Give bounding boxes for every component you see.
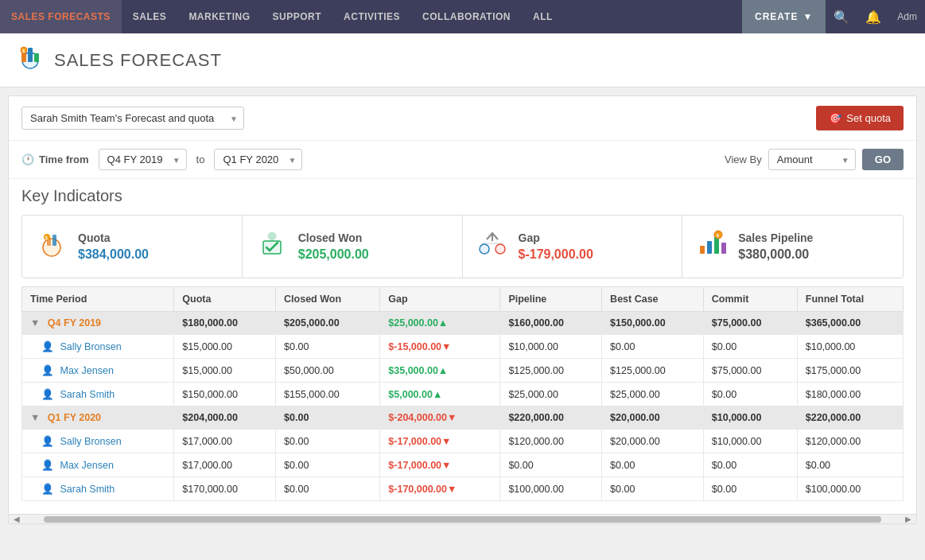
table-row-quarter: ▼ Q4 FY 2019 $180,000.00 $205,000.00 $25… [22, 312, 904, 335]
scroll-thumb[interactable] [44, 516, 881, 523]
nav-item-activities[interactable]: ACTIVITIES [332, 0, 411, 33]
cell-commit: $75,000.00 [703, 312, 797, 335]
create-button[interactable]: CREATE ▼ [742, 0, 826, 33]
indicator-quota: $ Quota $384,000.00 [22, 216, 243, 278]
time-to-select-wrapper: Q1 FY 2020 ▼ [214, 149, 302, 170]
to-label: to [196, 154, 205, 165]
table-row-member: 👤 Max Jensen $17,000.00 $0.00 $-17,000.0… [22, 453, 904, 477]
cell-period: 👤 Max Jensen [22, 453, 174, 477]
cell-quota: $180,000.00 [174, 312, 276, 335]
nav-item-marketing[interactable]: MARKETING [177, 0, 261, 33]
sales-pipeline-value: $380,000.00 [738, 247, 813, 262]
person-icon: 👤 [41, 389, 54, 400]
cell-pipeline: $25,000.00 [500, 383, 602, 406]
admin-label: Adm [889, 11, 925, 22]
view-by-label: View By [725, 154, 762, 165]
gap-info: Gap $-179,000.00 [519, 231, 593, 262]
cell-funnel-total: $120,000.00 [797, 430, 903, 453]
cell-closed-won: $0.00 [276, 453, 380, 477]
cell-commit: $0.00 [703, 335, 797, 359]
cell-funnel-total: $365,000.00 [797, 312, 903, 335]
cell-quota: $17,000.00 [174, 453, 276, 477]
cell-quota: $204,000.00 [174, 406, 276, 430]
cell-funnel-total: $180,000.00 [797, 383, 903, 406]
notifications-icon-button[interactable]: 🔔 [857, 0, 889, 33]
quota-label: Quota [78, 231, 149, 244]
scroll-left-arrow[interactable]: ◀ [9, 511, 25, 527]
forecast-select[interactable]: Sarah Smith Team's Forecast and quota [21, 107, 244, 130]
svg-point-15 [496, 244, 505, 254]
horizontal-scrollbar[interactable]: ◀ ▶ [9, 514, 916, 523]
cell-gap: $-15,000.00▼ [380, 335, 500, 359]
col-header-time-period: Time Period [22, 287, 174, 312]
col-header-commit: Commit [703, 287, 797, 312]
cell-period: 👤 Sally Bronsen [22, 335, 174, 359]
nav-item-sales[interactable]: SALES [122, 0, 178, 33]
time-from-icon: 🕐 [21, 154, 34, 165]
cell-closed-won: $0.00 [276, 477, 380, 501]
cell-pipeline: $0.00 [500, 453, 602, 477]
cell-period: ▼ Q1 FY 2020 [22, 406, 174, 430]
member-link[interactable]: Sarah Smith [60, 389, 115, 400]
cell-pipeline: $100,000.00 [500, 477, 602, 501]
scroll-track [44, 516, 881, 523]
cell-quota: $170,000.00 [174, 477, 276, 501]
page-title: SALES FORECAST [54, 50, 222, 71]
person-icon: 👤 [41, 365, 54, 376]
search-icon-button[interactable]: 🔍 [826, 0, 857, 33]
cell-commit: $10,000.00 [703, 406, 797, 430]
col-header-closed-won: Closed Won [276, 287, 380, 312]
nav-item-support[interactable]: SUPPORT [262, 0, 333, 33]
cell-gap: $-17,000.00▼ [380, 453, 500, 477]
member-link[interactable]: Sally Bronsen [60, 436, 121, 447]
sales-pipeline-label: Sales Pipeline [738, 231, 813, 244]
indicator-sales-pipeline: $ Sales Pipeline $380,000.00 [682, 216, 903, 278]
cell-gap: $-170,000.00▼ [380, 477, 500, 501]
go-button[interactable]: GO [862, 149, 904, 170]
table-row-member: 👤 Sally Bronsen $15,000.00 $0.00 $-15,00… [22, 335, 904, 359]
col-header-quota: Quota [174, 287, 276, 312]
time-from-label: 🕐 Time from [21, 154, 89, 165]
time-from-select[interactable]: Q4 FY 2019 [99, 149, 187, 170]
filters-row: 🕐 Time from Q4 FY 2019 ▼ to Q1 FY 2020 ▼… [9, 141, 916, 179]
member-link[interactable]: Max Jensen [60, 365, 113, 376]
indicator-gap: Gap $-179,000.00 [463, 216, 683, 278]
table-row-member: 👤 Sally Bronsen $17,000.00 $0.00 $-17,00… [22, 430, 904, 453]
gap-icon [476, 227, 509, 266]
amount-select-wrapper: Amount ▼ [768, 149, 856, 170]
person-icon: 👤 [41, 436, 54, 447]
table-row-member: 👤 Sarah Smith $150,000.00 $155,000.00 $5… [22, 383, 904, 406]
key-indicators-title: Key Indicators [21, 187, 904, 205]
sales-pipeline-info: Sales Pipeline $380,000.00 [738, 231, 813, 262]
quarter-toggle-icon[interactable]: ▼ [30, 317, 40, 329]
member-link[interactable]: Max Jensen [60, 460, 113, 471]
set-quota-button[interactable]: 🎯 Set quota [816, 106, 904, 130]
member-link[interactable]: Sally Bronsen [60, 341, 121, 352]
cell-closed-won: $50,000.00 [276, 359, 380, 383]
create-dropdown-icon: ▼ [803, 11, 813, 22]
cell-best-case: $0.00 [602, 335, 704, 359]
svg-rect-20 [721, 243, 726, 254]
time-to-select[interactable]: Q1 FY 2020 [214, 149, 302, 170]
closed-won-label: Closed Won [298, 231, 369, 244]
page-header: $ SALES FORECAST [0, 33, 925, 88]
table-row-member: 👤 Max Jensen $15,000.00 $50,000.00 $35,0… [22, 359, 904, 383]
quarter-toggle-icon[interactable]: ▼ [30, 412, 40, 423]
top-nav: SALES FORECASTS SALES MARKETING SUPPORT … [0, 0, 925, 33]
create-label: CREATE [755, 11, 798, 22]
closed-won-icon [255, 227, 289, 266]
nav-item-all[interactable]: ALL [522, 0, 564, 33]
cell-closed-won: $0.00 [276, 430, 380, 453]
nav-item-sales-forecasts[interactable]: SALES FORECASTS [0, 0, 122, 33]
cell-best-case: $0.00 [602, 453, 704, 477]
member-link[interactable]: Sarah Smith [60, 484, 115, 495]
amount-select[interactable]: Amount [768, 149, 856, 170]
nav-item-collaboration[interactable]: COLLABORATION [411, 0, 522, 33]
cell-quota: $17,000.00 [174, 430, 276, 453]
svg-rect-3 [34, 53, 39, 62]
cell-period: ▼ Q4 FY 2019 [22, 312, 174, 335]
cell-best-case: $150,000.00 [602, 312, 704, 335]
svg-rect-8 [52, 235, 56, 246]
cell-quota: $15,000.00 [174, 359, 276, 383]
scroll-right-arrow[interactable]: ▶ [900, 511, 916, 527]
